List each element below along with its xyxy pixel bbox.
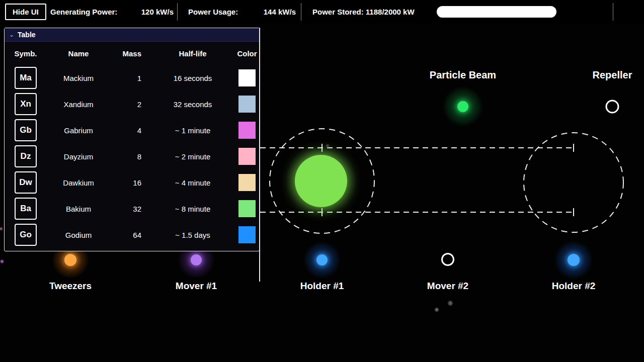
device-label-mover1: Mover #1 bbox=[176, 281, 217, 292]
topbar-divider bbox=[613, 3, 613, 21]
held-particle[interactable] bbox=[295, 155, 347, 207]
mover2-ring[interactable] bbox=[441, 253, 454, 266]
table-row: Xn Xandium 2 32 seconds bbox=[5, 91, 259, 117]
element-half-life: ~ 1.5 days bbox=[147, 231, 238, 239]
device-label-holder1: Holder #1 bbox=[300, 281, 344, 292]
element-color-swatch bbox=[238, 174, 256, 191]
element-mass: 8 bbox=[116, 152, 147, 161]
beam-particle[interactable] bbox=[457, 101, 468, 112]
element-symbol: Ma bbox=[15, 67, 37, 89]
element-name: Bakium bbox=[41, 205, 116, 213]
repeller-label: Repeller bbox=[593, 69, 632, 81]
element-mass: 64 bbox=[116, 231, 147, 239]
table-row: Ba Bakium 32 ~ 8 minute bbox=[5, 196, 259, 222]
table-panel: ⌄ Table Symb. Name Mass Half-life Color … bbox=[4, 28, 260, 251]
tweezers-particle[interactable] bbox=[64, 254, 76, 266]
mover1-particle[interactable] bbox=[191, 254, 202, 265]
top-bar: Hide UI Generating Power: 120 kW/s Power… bbox=[0, 0, 644, 24]
device-label-mover2: Mover #2 bbox=[427, 281, 468, 292]
power-stored-bar bbox=[437, 6, 556, 18]
debris-particle bbox=[448, 301, 453, 306]
collapse-chevron-icon: ⌄ bbox=[9, 32, 14, 38]
element-mass: 32 bbox=[116, 205, 147, 213]
table-panel-header[interactable]: ⌄ Table bbox=[5, 28, 259, 42]
col-mass: Mass bbox=[116, 49, 147, 58]
col-symbol: Symb. bbox=[11, 49, 41, 58]
element-color-swatch bbox=[238, 122, 256, 139]
repeller-ring[interactable] bbox=[606, 100, 619, 114]
topbar-divider bbox=[301, 3, 301, 21]
game-screen: Particle Beam Repeller Tweezers Mover #1… bbox=[0, 0, 644, 362]
element-name: Dawkium bbox=[41, 178, 116, 187]
device-label-tweezers: Tweezers bbox=[49, 281, 92, 292]
element-symbol: Gb bbox=[15, 119, 37, 141]
device-label-holder2: Holder #2 bbox=[552, 281, 596, 292]
element-symbol: Xn bbox=[15, 93, 37, 115]
element-color-swatch bbox=[238, 200, 256, 217]
generating-power-value: 120 kW/s bbox=[127, 0, 174, 24]
element-name: Xandium bbox=[41, 100, 116, 109]
element-color-swatch bbox=[238, 96, 256, 113]
col-name: Name bbox=[41, 49, 116, 58]
table-row: Gb Gabrium 4 ~ 1 minute bbox=[5, 117, 259, 143]
table-row: Dw Dawkium 16 ~ 4 minute bbox=[5, 169, 259, 196]
debris-particle bbox=[1, 260, 4, 263]
holder1-particle[interactable] bbox=[316, 254, 328, 265]
hide-ui-button[interactable]: Hide UI bbox=[5, 4, 46, 20]
table-row: Go Godium 64 ~ 1.5 days bbox=[5, 222, 259, 248]
col-color: Color bbox=[238, 49, 256, 58]
particle-beam-label: Particle Beam bbox=[430, 69, 496, 81]
element-half-life: ~ 8 minute bbox=[147, 205, 238, 213]
element-half-life: 16 seconds bbox=[147, 74, 238, 82]
debris-particle bbox=[0, 228, 3, 230]
table-row: Dz Dayzium 8 ~ 2 minute bbox=[5, 143, 259, 169]
element-half-life: ~ 2 minute bbox=[147, 152, 238, 161]
element-mass: 2 bbox=[116, 100, 147, 109]
col-half-life: Half-life bbox=[147, 49, 238, 58]
element-name: Godium bbox=[41, 231, 116, 239]
debris-particle bbox=[326, 144, 329, 147]
element-mass: 4 bbox=[116, 126, 147, 135]
element-symbol: Go bbox=[15, 224, 37, 246]
table-header-row: Symb. Name Mass Half-life Color bbox=[5, 42, 259, 65]
element-mass: 1 bbox=[116, 74, 147, 82]
element-mass: 16 bbox=[116, 178, 147, 187]
element-half-life: ~ 4 minute bbox=[147, 178, 238, 187]
table-panel-title: Table bbox=[18, 31, 36, 39]
element-symbol: Ba bbox=[15, 198, 37, 220]
debris-particle bbox=[435, 308, 439, 312]
element-symbol: Dz bbox=[15, 145, 37, 167]
power-usage-value: 144 kW/s bbox=[250, 0, 296, 24]
element-color-swatch bbox=[238, 148, 256, 165]
element-symbol: Dw bbox=[15, 171, 37, 194]
table-row: Ma Mackium 1 16 seconds bbox=[5, 65, 259, 91]
generating-power-label: Generating Power: bbox=[50, 0, 117, 24]
topbar-divider bbox=[177, 3, 178, 21]
power-stored-label: Power Stored: 1188/2000 kW bbox=[312, 0, 415, 24]
element-half-life: 32 seconds bbox=[147, 100, 238, 109]
element-name: Mackium bbox=[41, 74, 116, 82]
holder2-particle[interactable] bbox=[568, 254, 580, 266]
power-usage-label: Power Usage: bbox=[188, 0, 238, 24]
element-half-life: ~ 1 minute bbox=[147, 126, 238, 135]
element-name: Gabrium bbox=[41, 126, 116, 135]
element-color-swatch bbox=[238, 69, 256, 86]
element-color-swatch bbox=[238, 226, 256, 243]
element-name: Dayzium bbox=[41, 152, 116, 161]
